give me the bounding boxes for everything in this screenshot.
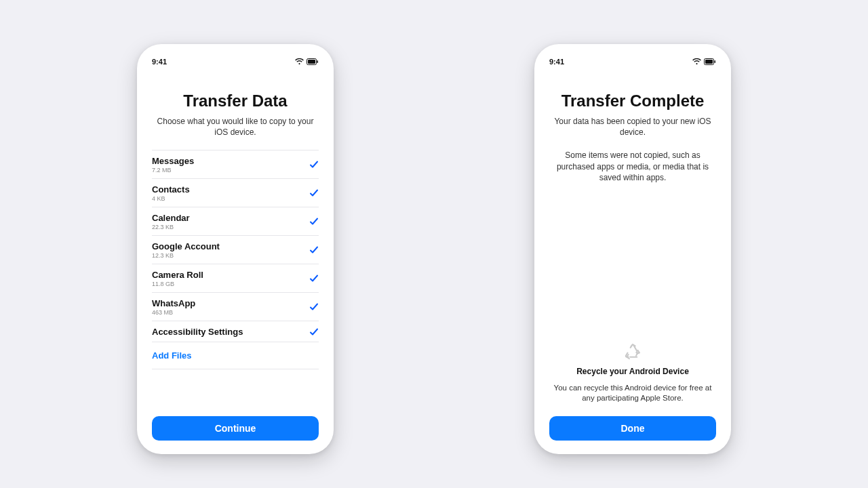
checkmark-icon [309, 160, 319, 169]
list-item-messages[interactable]: Messages 7.2 MB [152, 150, 319, 178]
wifi-icon [692, 58, 701, 65]
list-item-label: Contacts [152, 184, 190, 195]
transfer-complete-screen: 9:41 Transfer Complete Your data has bee… [534, 44, 731, 454]
list-item-size: 463 MB [152, 309, 195, 316]
checkmark-icon [309, 217, 319, 226]
page-title: Transfer Complete [549, 92, 716, 110]
battery-icon [307, 58, 319, 65]
list-item-label: Messages [152, 156, 194, 166]
list-item-size: 4 KB [152, 195, 190, 202]
list-item-size: 7.2 MB [152, 167, 194, 174]
page-title: Transfer Data [152, 92, 319, 110]
status-bar: 9:41 [549, 44, 716, 74]
status-icons [295, 58, 319, 65]
svg-rect-2 [317, 60, 319, 63]
list-item-calendar[interactable]: Calendar 22.3 KB [152, 207, 319, 235]
list-item-label: Calendar [152, 213, 190, 223]
recycle-title: Recycle your Android Device [549, 367, 716, 376]
status-time: 9:41 [549, 58, 564, 66]
recycle-section: Recycle your Android Device You can recy… [549, 341, 716, 404]
status-bar: 9:41 [152, 44, 319, 74]
list-item-google-account[interactable]: Google Account 12.3 KB [152, 235, 319, 264]
checkmark-icon [309, 274, 319, 283]
svg-rect-5 [715, 60, 716, 63]
list-item-size: 11.8 GB [152, 281, 203, 287]
continue-button[interactable]: Continue [152, 416, 319, 441]
checkmark-icon [309, 245, 319, 255]
add-files-button[interactable]: Add Files [152, 342, 319, 369]
transfer-data-screen: 9:41 Transfer Data Choose what you would… [137, 44, 334, 454]
checkmark-icon [309, 302, 319, 312]
list-item-camera-roll[interactable]: Camera Roll 11.8 GB [152, 264, 319, 292]
svg-rect-4 [705, 60, 713, 64]
wifi-icon [295, 58, 304, 65]
list-item-whatsapp[interactable]: WhatsApp 463 MB [152, 292, 319, 321]
data-type-list: Messages 7.2 MB Contacts 4 KB Calendar 2… [152, 150, 319, 342]
recycle-subtitle: You can recycle this Android device for … [549, 383, 716, 404]
list-item-contacts[interactable]: Contacts 4 KB [152, 178, 319, 207]
svg-rect-1 [308, 60, 315, 64]
list-item-size: 22.3 KB [152, 224, 190, 230]
status-icons [692, 58, 716, 65]
copy-note: Some items were not copied, such as purc… [549, 150, 716, 183]
page-subtitle: Your data has been copied to your new iO… [549, 116, 716, 138]
recycle-icon [549, 341, 716, 361]
checkmark-icon [309, 327, 319, 337]
checkmark-icon [309, 188, 319, 198]
battery-icon [704, 58, 716, 65]
status-time: 9:41 [152, 58, 167, 66]
list-item-size: 12.3 KB [152, 252, 220, 259]
list-item-label: Camera Roll [152, 270, 203, 280]
done-button[interactable]: Done [549, 416, 716, 441]
list-item-label: Accessibility Settings [152, 327, 243, 337]
canvas: 9:41 Transfer Data Choose what you would… [28, 17, 840, 471]
list-item-label: Google Account [152, 241, 220, 251]
list-item-label: WhatsApp [152, 298, 195, 308]
page-subtitle: Choose what you would like to copy to yo… [152, 116, 319, 138]
list-item-accessibility[interactable]: Accessibility Settings [152, 321, 319, 342]
